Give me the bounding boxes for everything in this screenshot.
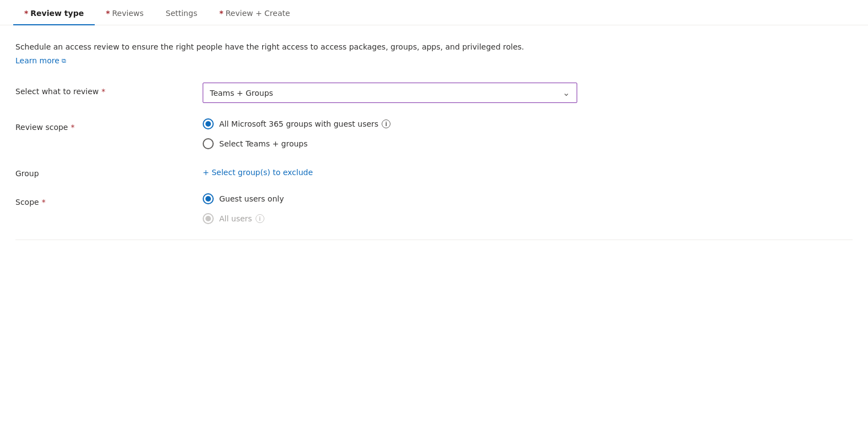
review-scope-label: Review scope *: [15, 118, 203, 132]
external-link-icon: ⧉: [62, 57, 66, 64]
scope-radio-group: Guest users only All users i: [203, 193, 621, 224]
radio-all-m365-label: All Microsoft 365 groups with guest user…: [219, 119, 390, 128]
radio-all-users-label: All users i: [219, 214, 264, 223]
tab-review-create-star: *: [219, 9, 223, 18]
review-scope-required-star: *: [70, 123, 74, 132]
radio-select-teams-circle: [203, 138, 214, 149]
select-what-to-review-control: Teams + Groups ⌄: [203, 83, 621, 103]
all-m365-info-icon[interactable]: i: [382, 119, 390, 128]
form-section: Select what to review * Teams + Groups ⌄…: [15, 83, 853, 224]
select-what-dropdown[interactable]: Teams + Groups ⌄: [203, 83, 577, 103]
review-scope-radio-group: All Microsoft 365 groups with guest user…: [203, 118, 621, 149]
tab-review-type-star: *: [24, 9, 28, 18]
description-text: Schedule an access review to ensure the …: [15, 41, 676, 53]
learn-more-link[interactable]: Learn more ⧉: [15, 56, 66, 65]
radio-all-users-circle: [203, 213, 214, 224]
select-what-to-review-row: Select what to review * Teams + Groups ⌄: [15, 83, 853, 103]
radio-guest-only-label: Guest users only: [219, 194, 284, 203]
review-scope-row: Review scope * All Microsoft 365 groups …: [15, 118, 853, 149]
review-scope-control: All Microsoft 365 groups with guest user…: [203, 118, 621, 149]
tab-navigation: * Review type * Reviews Settings * Revie…: [0, 0, 868, 25]
page-container: * Review type * Reviews Settings * Revie…: [0, 0, 868, 424]
tab-settings-label: Settings: [166, 9, 197, 18]
radio-guest-only-circle: [203, 193, 214, 204]
radio-all-m365[interactable]: All Microsoft 365 groups with guest user…: [203, 118, 621, 129]
scope-control: Guest users only All users i: [203, 193, 621, 224]
chevron-down-icon: ⌄: [563, 88, 570, 98]
radio-select-teams-label: Select Teams + groups: [219, 139, 308, 148]
tab-reviews-label: Reviews: [112, 9, 144, 18]
group-control: + Select group(s) to exclude: [203, 165, 621, 177]
select-what-value: Teams + Groups: [210, 89, 273, 97]
all-users-info-icon[interactable]: i: [256, 214, 264, 223]
tab-settings[interactable]: Settings: [155, 0, 208, 25]
learn-more-label: Learn more: [15, 56, 59, 65]
radio-guest-only[interactable]: Guest users only: [203, 193, 621, 204]
select-groups-link[interactable]: + Select group(s) to exclude: [203, 165, 313, 177]
radio-all-users[interactable]: All users i: [203, 213, 621, 224]
scope-label: Scope *: [15, 193, 203, 206]
tab-review-create-label: Review + Create: [226, 9, 290, 18]
tab-reviews[interactable]: * Reviews: [95, 0, 155, 25]
select-what-to-review-label: Select what to review *: [15, 83, 203, 96]
tab-review-type-label: Review type: [30, 9, 84, 18]
radio-all-m365-circle: [203, 118, 214, 129]
group-row: Group + Select group(s) to exclude: [15, 165, 853, 178]
tab-reviews-star: *: [106, 9, 110, 18]
group-label: Group: [15, 165, 203, 178]
bottom-divider: [15, 240, 853, 240]
tab-review-type[interactable]: * Review type: [13, 0, 95, 25]
radio-select-teams[interactable]: Select Teams + groups: [203, 138, 621, 149]
select-what-required-star: *: [101, 87, 105, 96]
scope-row: Scope * Guest users only: [15, 193, 853, 224]
tab-review-create[interactable]: * Review + Create: [208, 0, 301, 25]
main-content: Schedule an access review to ensure the …: [0, 25, 868, 256]
scope-required-star: *: [42, 198, 46, 206]
